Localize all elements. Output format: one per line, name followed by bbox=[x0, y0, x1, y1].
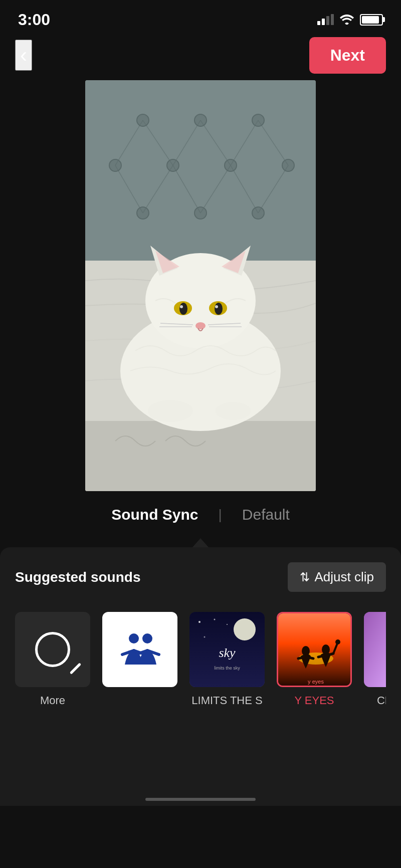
svg-point-51 bbox=[234, 618, 256, 640]
svg-line-64 bbox=[318, 656, 325, 657]
cat-svg bbox=[85, 80, 316, 491]
suggested-sounds-label: Suggested sounds bbox=[15, 569, 140, 585]
home-indicator bbox=[0, 788, 401, 806]
svg-rect-24 bbox=[85, 421, 316, 491]
sky-svg: sky limits the sky bbox=[189, 612, 265, 687]
search-circle-icon bbox=[35, 632, 70, 667]
svg-text:y eyes: y eyes bbox=[308, 679, 324, 685]
tab-indicator bbox=[0, 538, 401, 547]
sound-sync-tab[interactable]: Sound Sync bbox=[111, 506, 198, 523]
sound-tab-bar: Sound Sync | Default bbox=[0, 491, 401, 533]
status-bar: 3:00 bbox=[0, 0, 401, 35]
svg-point-55 bbox=[204, 636, 206, 638]
sound-item-yeyes[interactable]: y eyes Y EYES bbox=[277, 612, 352, 707]
svg-text:sky: sky bbox=[219, 645, 236, 660]
back-button[interactable]: ‹ bbox=[15, 40, 32, 71]
svg-point-42 bbox=[148, 400, 193, 422]
sound-item-blue[interactable] bbox=[102, 612, 177, 694]
yeyes-svg: y eyes bbox=[278, 613, 352, 687]
sound-item-sky[interactable]: sky limits the sky LIMITS THE S bbox=[189, 612, 265, 707]
sounds-panel-header: Suggested sounds ⇅ Adjust clip bbox=[15, 562, 386, 592]
blue-thumbnail bbox=[102, 612, 177, 687]
sound-item-cl[interactable]: CL bbox=[364, 612, 386, 707]
svg-point-52 bbox=[198, 621, 200, 623]
top-nav: ‹ Next bbox=[0, 35, 401, 80]
next-button[interactable]: Next bbox=[309, 37, 386, 74]
wifi-icon bbox=[340, 15, 354, 25]
svg-point-53 bbox=[214, 619, 216, 620]
cat-image bbox=[85, 80, 316, 491]
adjust-clip-button[interactable]: ⇅ Adjust clip bbox=[288, 562, 386, 592]
cl-thumbnail bbox=[364, 612, 386, 687]
adjust-icon: ⇅ bbox=[300, 570, 310, 584]
default-tab[interactable]: Default bbox=[242, 506, 290, 523]
more-label: More bbox=[40, 694, 65, 707]
sky-label: LIMITS THE S bbox=[191, 694, 262, 707]
svg-line-62 bbox=[307, 657, 313, 659]
signal-icon bbox=[317, 14, 334, 25]
svg-point-43 bbox=[216, 402, 251, 420]
svg-rect-58 bbox=[278, 613, 352, 687]
svg-line-61 bbox=[298, 657, 305, 659]
svg-point-34 bbox=[215, 303, 223, 315]
svg-point-37 bbox=[195, 322, 206, 329]
yeyes-thumbnail: y eyes bbox=[277, 612, 352, 687]
cl-label: CL bbox=[377, 694, 386, 707]
status-icons bbox=[317, 14, 383, 26]
adjust-clip-label: Adjust clip bbox=[315, 569, 374, 585]
svg-rect-0 bbox=[85, 80, 316, 271]
svg-point-44 bbox=[129, 633, 139, 643]
image-container bbox=[0, 80, 401, 491]
battery-icon bbox=[360, 14, 383, 26]
yeyes-label: Y EYES bbox=[294, 694, 334, 707]
svg-text:limits the sky: limits the sky bbox=[214, 666, 240, 671]
status-time: 3:00 bbox=[18, 11, 50, 29]
home-bar bbox=[145, 798, 256, 801]
sounds-panel: Suggested sounds ⇅ Adjust clip More bbox=[0, 547, 401, 788]
tab-divider: | bbox=[219, 507, 222, 523]
svg-point-67 bbox=[335, 639, 340, 644]
more-thumbnail bbox=[15, 612, 90, 687]
sound-item-more[interactable]: More bbox=[15, 612, 90, 707]
svg-point-35 bbox=[180, 305, 183, 308]
tab-triangle bbox=[192, 538, 209, 547]
cl-svg bbox=[364, 612, 386, 687]
sky-thumbnail: sky limits the sky bbox=[189, 612, 265, 687]
svg-rect-69 bbox=[364, 612, 386, 687]
svg-point-54 bbox=[227, 624, 228, 625]
sounds-row: More bbox=[15, 612, 386, 707]
svg-point-36 bbox=[215, 305, 218, 308]
svg-point-33 bbox=[179, 303, 187, 315]
blue-figures-icon bbox=[115, 629, 165, 670]
svg-point-47 bbox=[142, 633, 152, 643]
